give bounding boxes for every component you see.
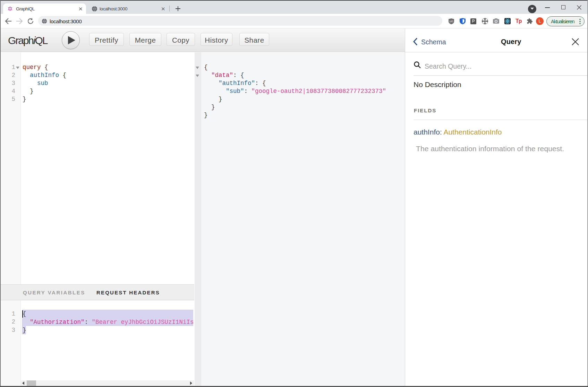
svg-text:UO: UO xyxy=(450,20,453,23)
